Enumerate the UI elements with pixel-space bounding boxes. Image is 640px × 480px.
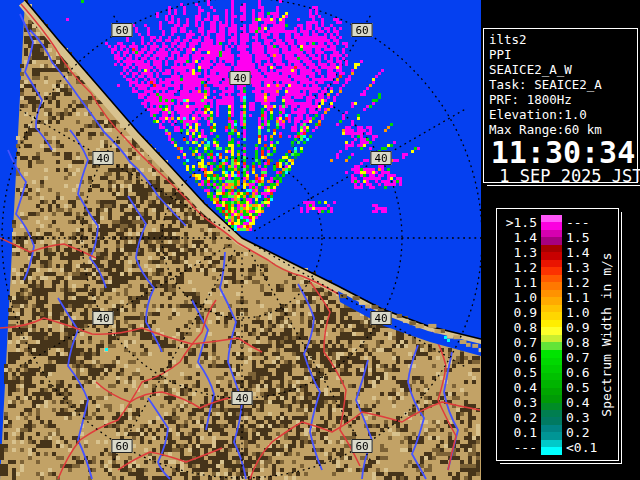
- legend-color-swatch: [541, 380, 562, 395]
- legend-row: >1.5---: [499, 215, 597, 230]
- legend-row: 0.50.6: [499, 365, 597, 380]
- legend-row: 0.80.9: [499, 320, 597, 335]
- legend-left-value: 0.6: [499, 350, 537, 365]
- legend-right-value: 0.8: [566, 335, 589, 350]
- legend-rows: >1.5---1.41.51.31.41.21.31.11.21.01.10.9…: [499, 215, 597, 455]
- legend-color-swatch: [541, 290, 562, 305]
- legend-color-swatch: [541, 365, 562, 380]
- task-name: Task: SEAICE2_A: [489, 77, 637, 92]
- legend-right-value: 1.0: [566, 305, 589, 320]
- legend-color-swatch: [541, 335, 562, 350]
- legend-left-value: 0.9: [499, 305, 537, 320]
- legend-left-value: 1.1: [499, 275, 537, 290]
- legend-right-value: 0.7: [566, 350, 589, 365]
- legend-color-swatch: [541, 320, 562, 335]
- legend-row: 1.41.5: [499, 230, 597, 245]
- legend-right-value: 1.1: [566, 290, 589, 305]
- legend-color-swatch: [541, 275, 562, 290]
- prf-value: PRF: 1800Hz: [489, 92, 637, 107]
- legend-left-value: 1.4: [499, 230, 537, 245]
- legend-right-value: 0.2: [566, 425, 589, 440]
- legend-left-value: ---: [499, 440, 537, 455]
- site-id: ilts2: [489, 32, 637, 47]
- legend-row: 1.01.1: [499, 290, 597, 305]
- legend-color-swatch: [541, 245, 562, 260]
- legend-left-value: >1.5: [499, 215, 537, 230]
- legend-right-value: ---: [566, 215, 589, 230]
- legend-color-swatch: [541, 410, 562, 425]
- legend-left-value: 1.3: [499, 245, 537, 260]
- legend-left-value: 1.0: [499, 290, 537, 305]
- legend-row: 0.20.3: [499, 410, 597, 425]
- legend-right-value: 0.4: [566, 395, 589, 410]
- legend-title: Spectrum Width in m/s: [599, 252, 614, 416]
- legend-row: 0.40.5: [499, 380, 597, 395]
- radar-app-screen: ilts2 PPI SEAICE2_A_W Task: SEAICE2_A PR…: [0, 0, 640, 480]
- legend-right-value: 1.2: [566, 275, 589, 290]
- scan-mode: PPI: [489, 47, 637, 62]
- legend-color-swatch: [541, 440, 562, 455]
- legend-row: 0.30.4: [499, 395, 597, 410]
- legend-row: 0.10.2: [499, 425, 597, 440]
- elevation-value: Elevation:1.0: [489, 107, 637, 122]
- legend-color-swatch: [541, 230, 562, 245]
- time-display: 11:30:34: [489, 138, 637, 167]
- legend-right-value: 1.5: [566, 230, 589, 245]
- legend-row: 1.21.3: [499, 260, 597, 275]
- legend-left-value: 0.8: [499, 320, 537, 335]
- legend-right-value: 0.9: [566, 320, 589, 335]
- scan-info-panel: ilts2 PPI SEAICE2_A_W Task: SEAICE2_A PR…: [483, 28, 638, 183]
- legend-left-value: 1.2: [499, 260, 537, 275]
- legend-row: ---<0.1: [499, 440, 597, 455]
- legend-color-swatch: [541, 260, 562, 275]
- legend-right-value: 1.4: [566, 245, 589, 260]
- product-name: SEAICE2_A_W: [489, 62, 637, 77]
- radar-ppi-map-canvas: [0, 0, 481, 480]
- legend-row: 0.70.8: [499, 335, 597, 350]
- legend-color-swatch: [541, 350, 562, 365]
- legend-color-swatch: [541, 395, 562, 410]
- legend-left-value: 0.4: [499, 380, 537, 395]
- legend-color-swatch: [541, 425, 562, 440]
- legend-row: 0.91.0: [499, 305, 597, 320]
- legend-left-value: 0.3: [499, 395, 537, 410]
- legend-right-value: 0.3: [566, 410, 589, 425]
- legend-left-value: 0.1: [499, 425, 537, 440]
- legend-color-swatch: [541, 305, 562, 320]
- date-display: 1 SEP 2025 JST: [489, 167, 637, 186]
- legend-left-value: 0.7: [499, 335, 537, 350]
- legend-row: 1.31.4: [499, 245, 597, 260]
- legend-row: 1.11.2: [499, 275, 597, 290]
- legend-left-value: 0.2: [499, 410, 537, 425]
- color-legend-panel: >1.5---1.41.51.31.41.21.31.11.21.01.10.9…: [496, 208, 619, 461]
- legend-color-swatch: [541, 215, 562, 230]
- legend-right-value: 0.6: [566, 365, 589, 380]
- legend-left-value: 0.5: [499, 365, 537, 380]
- legend-right-value: <0.1: [566, 440, 597, 455]
- legend-title-container: Spectrum Width in m/s: [594, 209, 618, 460]
- legend-row: 0.60.7: [499, 350, 597, 365]
- legend-right-value: 1.3: [566, 260, 589, 275]
- legend-right-value: 0.5: [566, 380, 589, 395]
